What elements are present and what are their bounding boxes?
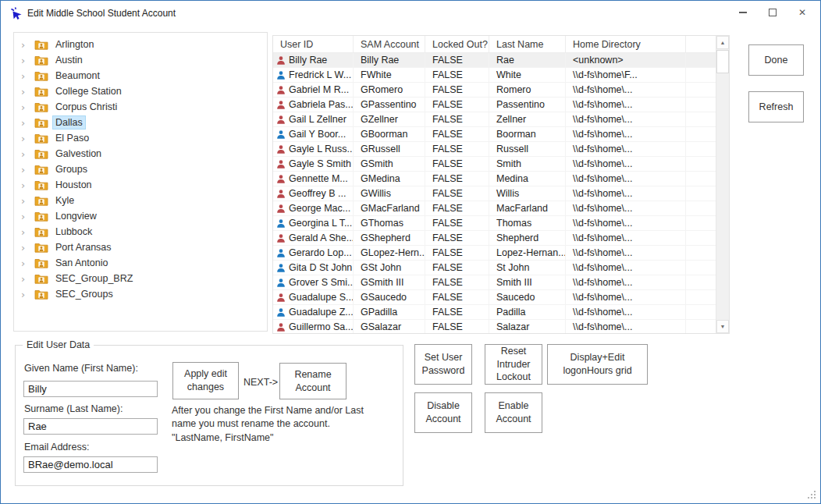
cell-home-directory: <unknown> bbox=[566, 53, 686, 68]
tree-item[interactable]: ›Galvestion bbox=[14, 146, 267, 161]
display-edit-logonhours-button[interactable]: Display+Edit logonHours grid bbox=[547, 344, 648, 385]
refresh-button[interactable]: Refresh bbox=[748, 91, 804, 122]
table-row[interactable]: Guillermo Sa...GSalazarFALSESalazar\\d-f… bbox=[273, 320, 716, 333]
chevron-right-icon[interactable]: › bbox=[21, 118, 34, 128]
scroll-up-icon[interactable]: ▲ bbox=[716, 36, 729, 49]
done-button[interactable]: Done bbox=[748, 44, 804, 76]
table-row[interactable]: Geoffrey B ...GWillisFALSEWillis\\d-fs\h… bbox=[273, 186, 716, 201]
chevron-right-icon[interactable]: › bbox=[21, 40, 34, 50]
tree-item[interactable]: ›SEC_Groups bbox=[14, 286, 267, 302]
tree-item[interactable]: ›Austin bbox=[14, 52, 267, 68]
table-row[interactable]: Gerald A She...GShepherdFALSEShepherd\\d… bbox=[273, 231, 716, 246]
disable-account-button[interactable]: Disable Account bbox=[414, 392, 472, 433]
cell-user-id: Gail Y Boor... bbox=[273, 127, 354, 142]
given-name-input[interactable] bbox=[23, 381, 158, 397]
app-cursor-icon bbox=[9, 6, 23, 20]
chevron-right-icon[interactable]: › bbox=[21, 87, 34, 97]
table-row[interactable]: Gayle L Russ...GRussellFALSERussell\\d-f… bbox=[273, 142, 716, 157]
table-row[interactable]: Gerardo Lop...GLopez-Hern...FALSELopez-H… bbox=[273, 246, 716, 261]
chevron-right-icon[interactable]: › bbox=[21, 274, 34, 284]
minimize-button[interactable] bbox=[728, 1, 758, 24]
table-row[interactable]: Gita D St JohnGSt JohnFALSESt John\\d-fs… bbox=[273, 261, 716, 275]
tree-item[interactable]: ›San Antonio bbox=[14, 255, 267, 271]
maximize-button[interactable] bbox=[758, 1, 787, 24]
tree-item[interactable]: ›Houston bbox=[14, 177, 267, 193]
cell-filler bbox=[686, 320, 716, 333]
scroll-down-icon[interactable]: ▼ bbox=[716, 320, 729, 333]
user-folder-icon bbox=[34, 164, 48, 175]
chevron-right-icon[interactable]: › bbox=[21, 102, 34, 112]
tree-item-label: Kyle bbox=[53, 194, 76, 207]
chevron-right-icon[interactable]: › bbox=[21, 149, 34, 159]
email-input[interactable] bbox=[23, 456, 158, 473]
cell-sam-account: GSmith bbox=[354, 157, 425, 172]
chevron-right-icon[interactable]: › bbox=[21, 196, 34, 206]
chevron-right-icon[interactable]: › bbox=[21, 180, 34, 190]
chevron-right-icon[interactable]: › bbox=[21, 289, 34, 300]
column-header[interactable]: Last Name bbox=[489, 36, 566, 53]
tree-item[interactable]: ›Port Aransas bbox=[14, 240, 267, 255]
tree-item[interactable]: ›Beaumont bbox=[14, 68, 267, 83]
table-row[interactable]: Grover S Smi...GSmith IIIFALSESmith III\… bbox=[273, 275, 716, 290]
table-row[interactable]: Gabriel M R...GRomeroFALSERomero\\d-fs\h… bbox=[273, 83, 716, 98]
table-row[interactable]: Gayle S SmithGSmithFALSESmith\\d-fs\home… bbox=[273, 157, 716, 172]
reset-intruder-lockout-button[interactable]: Reset Intruder Lockout bbox=[485, 344, 542, 385]
cell-user-id: Gita D St John bbox=[273, 261, 354, 275]
table-row[interactable]: Gabriela Pas...GPassentinoFALSEPassentin… bbox=[273, 98, 716, 112]
red-user-icon bbox=[276, 115, 286, 125]
chevron-right-icon[interactable]: › bbox=[21, 133, 34, 144]
cell-last-name: Smith bbox=[489, 157, 566, 172]
cell-last-name: Boorman bbox=[489, 127, 566, 142]
tree-item[interactable]: ›Longview bbox=[14, 208, 267, 224]
apply-edit-changes-button[interactable]: Apply edit changes bbox=[172, 362, 239, 399]
tree-item[interactable]: ›Kyle bbox=[14, 193, 267, 208]
tree-item[interactable]: ›Arlington bbox=[14, 37, 267, 52]
cell-user-id: Guadalupe Z... bbox=[273, 305, 354, 320]
cell-user-id: Fredrick L W... bbox=[273, 68, 354, 83]
set-user-password-button[interactable]: Set User Password bbox=[414, 344, 472, 385]
chevron-right-icon[interactable]: › bbox=[21, 55, 34, 66]
column-header[interactable]: Locked Out? bbox=[425, 36, 489, 53]
column-header[interactable]: SAM Account bbox=[354, 36, 425, 53]
tree-item[interactable]: ›Groups bbox=[14, 161, 267, 177]
tree-item[interactable]: ›SEC_Group_BRZ bbox=[14, 271, 267, 286]
blue-user-icon bbox=[276, 130, 286, 140]
chevron-right-icon[interactable]: › bbox=[21, 71, 34, 81]
table-row[interactable]: Guadalupe S...GSaucedoFALSESaucedo\\d-fs… bbox=[273, 290, 716, 305]
red-user-icon bbox=[276, 233, 286, 243]
cell-filler bbox=[686, 216, 716, 231]
cell-user-id: Gabriel M R... bbox=[273, 83, 354, 98]
tree-item[interactable]: ›Lubbock bbox=[14, 224, 267, 240]
chevron-right-icon[interactable]: › bbox=[21, 258, 34, 268]
cell-locked-out: FALSE bbox=[425, 142, 489, 157]
tree-item[interactable]: ›El Paso bbox=[14, 130, 267, 146]
user-folder-icon bbox=[34, 211, 48, 222]
tree-item[interactable]: ›Corpus Christi bbox=[14, 99, 267, 115]
table-row[interactable]: Gail L ZellnerGZellnerFALSEZellner\\d-fs… bbox=[273, 112, 716, 127]
table-row[interactable]: Fredrick L W...FWhiteFALSEWhite\\d-fs\ho… bbox=[273, 68, 716, 83]
tree-item[interactable]: ›Dallas bbox=[14, 115, 267, 130]
column-header[interactable]: Home Directory bbox=[566, 36, 686, 53]
chevron-right-icon[interactable]: › bbox=[21, 227, 34, 237]
scrollbar-thumb[interactable] bbox=[716, 50, 729, 73]
table-row[interactable]: Georgina L T...GThomasFALSEThomas\\d-fs\… bbox=[273, 216, 716, 231]
table-row[interactable]: George Mac...GMacFarlandFALSEMacFarland\… bbox=[273, 201, 716, 216]
resize-grip[interactable] bbox=[807, 490, 816, 499]
grid-vertical-scrollbar[interactable]: ▲ ▼ bbox=[716, 36, 729, 333]
table-row[interactable]: Gail Y Boor...GBoormanFALSEBoorman\\d-fs… bbox=[273, 127, 716, 142]
chevron-right-icon[interactable]: › bbox=[21, 165, 34, 175]
cell-sam-account: GZellner bbox=[354, 112, 425, 127]
rename-account-button[interactable]: Rename Account bbox=[279, 363, 347, 399]
table-row[interactable]: Gennette M...GMedinaFALSEMedina\\d-fs\ho… bbox=[273, 172, 716, 186]
cell-user-id: Grover S Smi... bbox=[273, 275, 354, 290]
column-header[interactable]: User ID bbox=[273, 36, 354, 53]
close-button[interactable]: ✕ bbox=[787, 1, 817, 24]
table-row[interactable]: Billy RaeBilly RaeFALSERae<unknown> bbox=[273, 53, 716, 68]
table-row[interactable]: Guadalupe Z...GPadillaFALSEPadilla\\d-fs… bbox=[273, 305, 716, 320]
cell-home-directory: \\d-fs\home\... bbox=[566, 172, 686, 186]
enable-account-button[interactable]: Enable Account bbox=[485, 392, 542, 433]
tree-item[interactable]: ›College Station bbox=[14, 83, 267, 99]
chevron-right-icon[interactable]: › bbox=[21, 211, 34, 222]
chevron-right-icon[interactable]: › bbox=[21, 243, 34, 253]
surname-input[interactable] bbox=[23, 418, 158, 435]
